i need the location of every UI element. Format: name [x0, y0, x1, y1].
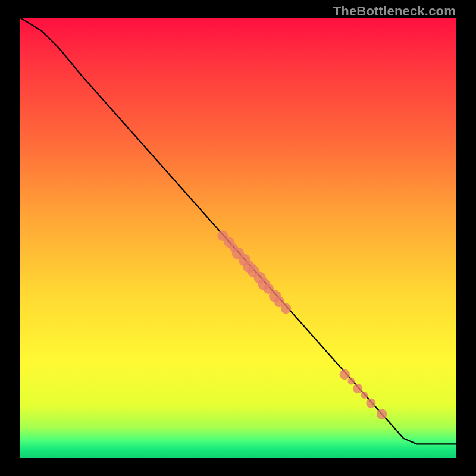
curve-layer [20, 18, 456, 458]
data-marker [366, 398, 375, 408]
data-marker [353, 384, 362, 393]
chart-frame: TheBottleneck.com [0, 0, 476, 476]
data-marker [347, 378, 355, 385]
data-marker [340, 369, 350, 380]
data-marker [377, 409, 387, 419]
data-marker [281, 303, 292, 314]
bottleneck-curve [20, 18, 456, 444]
data-marker [361, 392, 368, 399]
plot-area [20, 18, 456, 458]
watermark-text: TheBottleneck.com [333, 4, 456, 19]
